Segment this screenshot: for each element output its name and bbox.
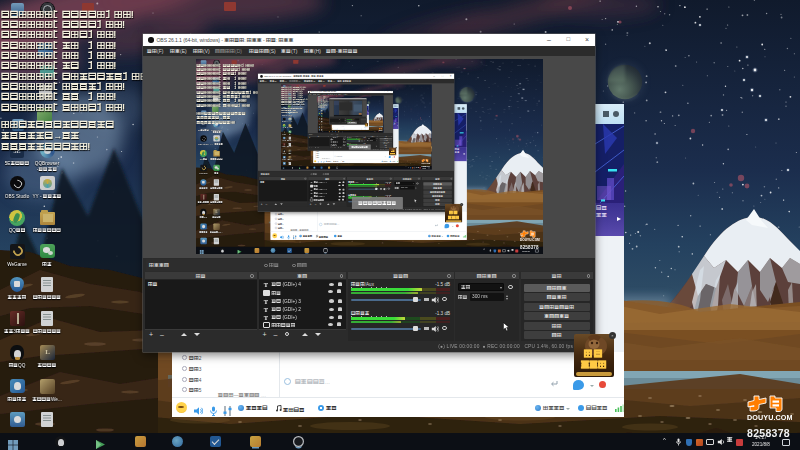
svg-text:DOUYU.COM: DOUYU.COM <box>747 413 793 422</box>
svg-text:DOUYU.COM: DOUYU.COM <box>422 162 431 163</box>
svg-text:DOUYU.COM: DOUYU.COM <box>379 129 383 130</box>
svg-text:DOUYU.COM: DOUYU.COM <box>520 238 540 242</box>
